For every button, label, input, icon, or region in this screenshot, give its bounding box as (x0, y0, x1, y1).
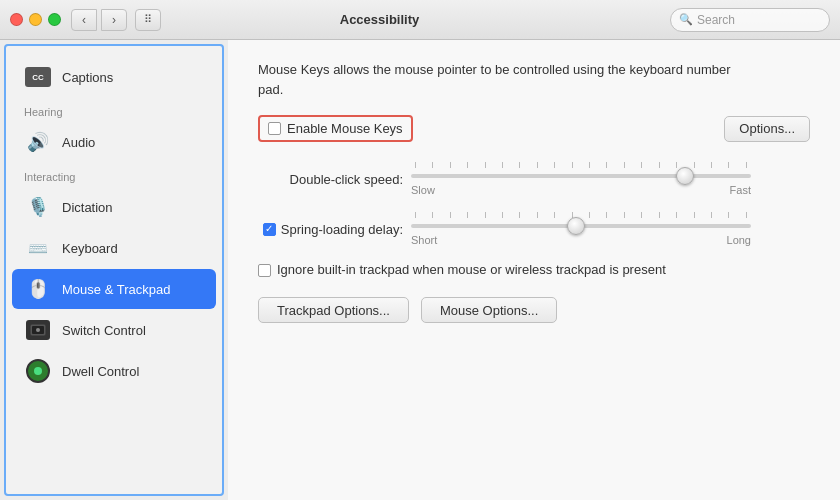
right-panel: Mouse Keys allows the mouse pointer to b… (228, 40, 840, 500)
sidebar-item-dictation-label: Dictation (62, 200, 113, 215)
spring-loading-track[interactable] (411, 224, 751, 228)
titlebar: ‹ › ⠿ Accessibility 🔍 (0, 0, 840, 40)
spring-loading-checkbox[interactable] (263, 223, 276, 236)
trackpad-options-button[interactable]: Trackpad Options... (258, 297, 409, 323)
double-click-slow-label: Slow (411, 184, 435, 196)
double-click-speed-thumb[interactable] (676, 167, 694, 185)
minimize-button[interactable] (29, 13, 42, 26)
spring-loading-text: Spring-loading delay: (281, 222, 403, 237)
dictation-icon: 🎙️ (24, 193, 52, 221)
audio-icon: 🔊 (24, 128, 52, 156)
double-click-speed-row: Double-click speed: Slow Fast (258, 162, 810, 196)
spring-long-label: Long (727, 234, 751, 246)
keyboard-icon: ⌨️ (24, 234, 52, 262)
enable-mouse-keys-label[interactable]: Enable Mouse Keys (258, 115, 413, 142)
close-button[interactable] (10, 13, 23, 26)
spring-short-label: Short (411, 234, 437, 246)
sidebar-item-dwell-control-label: Dwell Control (62, 364, 139, 379)
search-input[interactable] (697, 13, 821, 27)
options-button[interactable]: Options... (724, 116, 810, 142)
mouse-options-button[interactable]: Mouse Options... (421, 297, 557, 323)
ignore-trackpad-checkbox[interactable] (258, 264, 271, 277)
double-click-fast-label: Fast (730, 184, 751, 196)
sidebar-item-switch-control[interactable]: Switch Control (12, 310, 216, 350)
enable-mouse-keys-checkbox[interactable] (268, 122, 281, 135)
mouse-trackpad-icon: 🖱️ (24, 275, 52, 303)
sidebar-item-captions-label: Captions (62, 70, 113, 85)
svg-point-2 (36, 328, 40, 332)
enable-row: Enable Mouse Keys Options... (258, 115, 810, 142)
sidebar-item-captions[interactable]: Captions (12, 57, 216, 97)
switch-control-icon (24, 316, 52, 344)
sidebar-item-mouse-trackpad[interactable]: 🖱️ Mouse & Trackpad (12, 269, 216, 309)
sidebar-item-mouse-trackpad-label: Mouse & Trackpad (62, 282, 170, 297)
captions-icon (24, 63, 52, 91)
sidebar-item-audio-label: Audio (62, 135, 95, 150)
main-content: Captions Hearing 🔊 Audio Interacting 🎙️ … (0, 40, 840, 500)
sidebar-item-switch-control-label: Switch Control (62, 323, 146, 338)
bottom-buttons: Trackpad Options... Mouse Options... (258, 297, 810, 323)
spring-loading-delay-row: Spring-loading delay: Short (258, 212, 810, 246)
maximize-button[interactable] (48, 13, 61, 26)
traffic-lights (10, 13, 61, 26)
search-box[interactable]: 🔍 (670, 8, 830, 32)
spring-loading-label: Spring-loading delay: (258, 222, 403, 237)
sidebar-item-keyboard[interactable]: ⌨️ Keyboard (12, 228, 216, 268)
sidebar-item-keyboard-label: Keyboard (62, 241, 118, 256)
sidebar: Captions Hearing 🔊 Audio Interacting 🎙️ … (4, 44, 224, 496)
double-click-speed-track[interactable] (411, 174, 751, 178)
ignore-trackpad-row: Ignore built-in trackpad when mouse or w… (258, 262, 758, 277)
search-icon: 🔍 (679, 13, 693, 26)
enable-mouse-keys-text: Enable Mouse Keys (287, 121, 403, 136)
ignore-trackpad-label: Ignore built-in trackpad when mouse or w… (277, 262, 666, 277)
description-text: Mouse Keys allows the mouse pointer to b… (258, 60, 758, 99)
section-interacting: Interacting (6, 163, 222, 186)
window-title: Accessibility (89, 12, 670, 27)
sidebar-item-audio[interactable]: 🔊 Audio (12, 122, 216, 162)
sidebar-item-dwell-control[interactable]: Dwell Control (12, 351, 216, 391)
double-click-speed-label: Double-click speed: (258, 172, 403, 187)
sidebar-item-dictation[interactable]: 🎙️ Dictation (12, 187, 216, 227)
spring-loading-thumb[interactable] (567, 217, 585, 235)
section-hearing: Hearing (6, 98, 222, 121)
dwell-control-icon (24, 357, 52, 385)
